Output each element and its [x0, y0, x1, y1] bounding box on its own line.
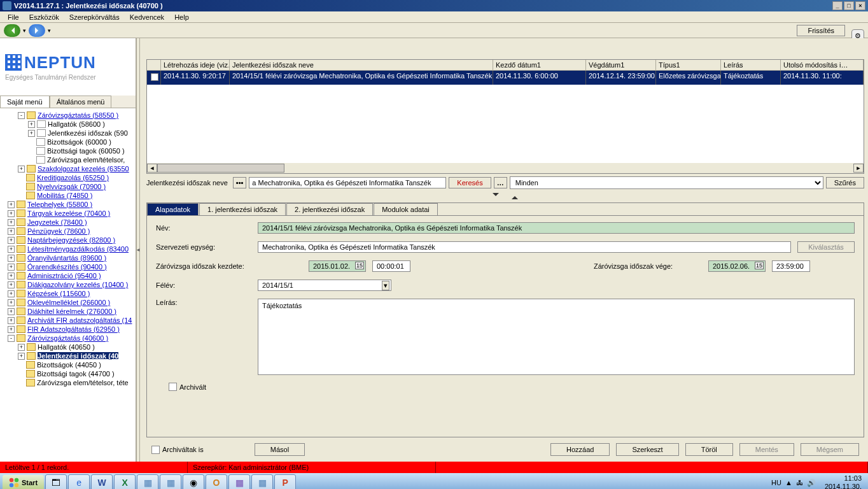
menu-tools[interactable]: Eszközök: [24, 13, 64, 21]
add-button[interactable]: Hozzáad: [550, 443, 610, 456]
grid-row-selected[interactable]: 2014.11.30. 9:20:172014/15/1 félévi záró…: [147, 71, 864, 85]
grid-header-cell[interactable]: Kezdő dátum1: [493, 60, 586, 70]
taskbar-app2-icon[interactable]: ▦: [160, 474, 181, 489]
grid-body[interactable]: 2014.11.30. 9:20:172014/15/1 félévi záró…: [147, 71, 864, 163]
edit-button[interactable]: Szerkeszt: [616, 443, 678, 456]
tree-expander[interactable]: +: [8, 273, 15, 280]
start-button[interactable]: Start: [3, 475, 44, 489]
close-button[interactable]: ×: [855, 1, 865, 10]
tree-item[interactable]: +Telephelyek (55800 ): [1, 200, 134, 209]
collapse-down-icon[interactable]: [493, 193, 499, 199]
tree-expander[interactable]: +: [8, 201, 15, 208]
tree-expander[interactable]: +: [8, 237, 15, 244]
collapse-up-icon[interactable]: [512, 193, 518, 199]
tree-item[interactable]: Nyelvvizsgák (70900 ): [1, 182, 134, 191]
refresh-button[interactable]: Frissítés: [797, 25, 845, 36]
tree-item[interactable]: +Jegyzetek (78400 ): [1, 218, 134, 227]
save-button[interactable]: Mentés: [739, 443, 794, 456]
tree-expander[interactable]: +: [8, 264, 15, 271]
tree-expander[interactable]: +: [18, 166, 25, 173]
tree-expander[interactable]: +: [8, 299, 15, 306]
nav-back-button[interactable]: [4, 24, 20, 37]
semester-combo[interactable]: 2014/15/1: [258, 280, 391, 291]
tray-volume-icon[interactable]: 🔊: [807, 479, 816, 487]
tray-flag-icon[interactable]: ▲: [785, 479, 792, 486]
tree-item[interactable]: +Oklevélmelléklet (266000 ): [1, 298, 134, 307]
scroll-right-button[interactable]: ►: [853, 164, 864, 173]
nav-forward-button[interactable]: [29, 24, 45, 37]
tree-expander[interactable]: +: [8, 228, 15, 235]
tree-item[interactable]: +FIR Adatszolgáltatás (62950 ): [1, 325, 134, 334]
desc-textarea[interactable]: Tájékoztatás: [258, 299, 855, 375]
tree-item[interactable]: -Záróvizsgáztatás (58550 ): [1, 111, 134, 120]
menu-favorites[interactable]: Kedvencek: [125, 13, 169, 21]
tab-own-menu[interactable]: Saját menü: [0, 96, 50, 108]
taskbar-powerpoint-icon[interactable]: P: [274, 474, 296, 489]
start-time-field[interactable]: 00:00:01: [372, 260, 410, 272]
scroll-left-button[interactable]: ◄: [147, 164, 157, 173]
taskbar-excel-icon[interactable]: X: [114, 474, 136, 489]
tree-expander[interactable]: +: [28, 130, 35, 137]
cancel-button[interactable]: Mégsem: [801, 443, 859, 456]
end-date-field[interactable]: 2015.02.06.: [708, 260, 766, 272]
tab-general-menu[interactable]: Általános menü: [50, 96, 112, 108]
tree-item[interactable]: Kreditigazolás (65250 ): [1, 173, 134, 182]
tree-item[interactable]: +Létesítménygazdálkodás (83400: [1, 244, 134, 253]
tree-item[interactable]: Bizottságok (44050 ): [1, 360, 134, 369]
tree-expander[interactable]: +: [28, 121, 35, 128]
grid-header-cell[interactable]: Végdátum1: [586, 60, 656, 70]
field-picker-button[interactable]: •••: [233, 177, 247, 188]
grid-header-cell[interactable]: Létrehozás ideje (viz…: [161, 60, 230, 70]
taskbar-chrome-icon[interactable]: ◉: [183, 474, 204, 489]
clock[interactable]: 11:03 2014.11.30.: [821, 474, 865, 489]
taskbar-outlook-icon[interactable]: O: [206, 474, 227, 489]
menu-file[interactable]: File: [3, 13, 24, 21]
copy-button[interactable]: Másol: [255, 443, 305, 456]
tree-expander[interactable]: +: [8, 317, 15, 324]
tree-item[interactable]: +Jelentkezési időszak (590: [1, 129, 134, 138]
tree-expander[interactable]: +: [8, 210, 15, 217]
filter-select[interactable]: Minden: [510, 176, 823, 189]
tree-item[interactable]: -Záróvizsgáztatás (40600 ): [1, 334, 134, 343]
unit-field[interactable]: Mechatronika, Optika és Gépészeti Inform…: [258, 241, 791, 253]
tree-item[interactable]: +Diákigazolvány kezelés (10400 ): [1, 280, 134, 289]
tree-item[interactable]: +Jelentkezési időszak (40: [1, 351, 134, 360]
tree-expander[interactable]: +: [8, 308, 15, 315]
grid-scrollbar[interactable]: ◄ ►: [147, 163, 864, 173]
tree-item[interactable]: Záróvizsga elem/tételsor, téte: [1, 378, 134, 387]
search-button[interactable]: Keresés: [449, 177, 491, 188]
scroll-thumb[interactable]: [157, 164, 284, 173]
tree-item[interactable]: Bizottsági tagok (44700 ): [1, 369, 134, 378]
tree-item[interactable]: +Hallgatók (40650 ): [1, 343, 134, 351]
search-options-button[interactable]: …: [494, 177, 507, 188]
tree-item[interactable]: +Óranyilvántartás (89600 ): [1, 253, 134, 262]
grid-header-cell[interactable]: Jelentkezési időszak neve: [230, 60, 493, 70]
tree-item[interactable]: +Diákhitel kérelmek (276000 ): [1, 307, 134, 316]
tree-item[interactable]: +Képzések (115600 ): [1, 289, 134, 298]
taskbar-app4-icon[interactable]: ▦: [251, 474, 273, 489]
search-input[interactable]: [249, 177, 446, 188]
tree-item[interactable]: +Archivált FIR adatszolgáltatás (14: [1, 316, 134, 325]
taskbar-ie-icon[interactable]: e: [68, 474, 90, 489]
tree-expander[interactable]: +: [18, 344, 25, 351]
tree-expander[interactable]: +: [8, 290, 15, 297]
maximize-button[interactable]: □: [844, 1, 854, 10]
grid-header-cell[interactable]: [147, 60, 161, 70]
grid-header-cell[interactable]: Utolsó módosítás i…: [781, 60, 864, 70]
tree-item[interactable]: +Hallgatók (58600 ): [1, 120, 134, 129]
taskbar-app3-icon[interactable]: ▦: [228, 474, 250, 489]
tab-alapadatok[interactable]: Alapadatok: [147, 203, 199, 215]
grid-header[interactable]: Létrehozás ideje (viz…Jelentkezési idősz…: [147, 60, 864, 71]
tree-item[interactable]: +Tárgyak kezelése (70400 ): [1, 209, 134, 218]
grid-header-cell[interactable]: Leírás: [721, 60, 781, 70]
tree-expander[interactable]: +: [8, 219, 15, 226]
row-checkbox[interactable]: [151, 73, 158, 81]
tree-item[interactable]: +Pénzügyek (78600 ): [1, 227, 134, 236]
taskbar-app1-icon[interactable]: ▦: [137, 474, 158, 489]
tree-expander[interactable]: +: [18, 353, 25, 360]
tray-network-icon[interactable]: 🖧: [796, 479, 803, 486]
tab-modules[interactable]: Modulok adatai: [374, 203, 438, 215]
delete-button[interactable]: Töröl: [685, 443, 733, 456]
tree-item[interactable]: Bizottsági tagok (60050 ): [1, 146, 134, 155]
nav-tree[interactable]: -Záróvizsgáztatás (58550 )+Hallgatók (58…: [0, 108, 136, 462]
